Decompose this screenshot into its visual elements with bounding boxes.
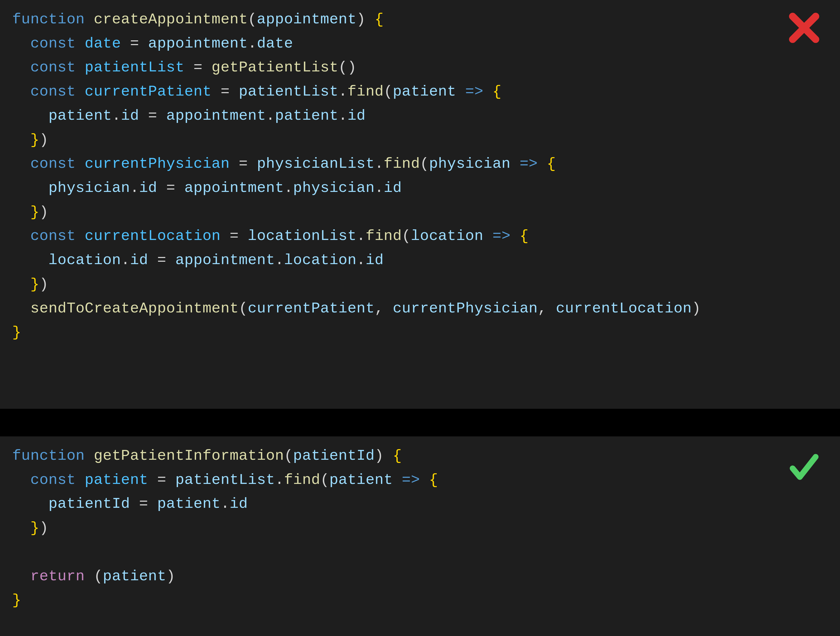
code-token: id bbox=[347, 107, 366, 124]
code-token: appointment bbox=[166, 107, 266, 124]
code-token: physician bbox=[429, 155, 511, 172]
code-token: location bbox=[411, 227, 483, 244]
code-token: patient bbox=[393, 83, 456, 100]
code-token: const bbox=[30, 35, 76, 52]
code-token: ( bbox=[321, 471, 329, 488]
code-token: . bbox=[275, 471, 284, 488]
code-token: => bbox=[493, 227, 511, 244]
code-block-good[interactable]: function getPatientInformation(patientId… bbox=[12, 444, 828, 612]
code-token: . bbox=[357, 252, 366, 269]
code-token: appointment bbox=[175, 252, 275, 269]
code-token: { bbox=[493, 83, 502, 100]
code-token: createAppointment bbox=[94, 11, 248, 28]
code-token: ( bbox=[284, 447, 293, 464]
code-token: . bbox=[130, 179, 139, 197]
code-token: patientList bbox=[85, 59, 184, 76]
code-token: => bbox=[402, 471, 420, 488]
code-token: } bbox=[12, 592, 21, 609]
code-token: patient bbox=[48, 107, 112, 124]
code-token: ) bbox=[692, 300, 701, 317]
code-token: appointment bbox=[184, 179, 284, 197]
code-token: } bbox=[30, 276, 39, 293]
code-token: physicianList bbox=[257, 155, 374, 172]
code-token: = bbox=[193, 59, 202, 76]
code-token: { bbox=[429, 471, 438, 488]
code-token: currentLocation bbox=[85, 227, 221, 244]
code-token: = bbox=[157, 252, 166, 269]
code-token: getPatientInformation bbox=[94, 447, 284, 464]
code-token: . bbox=[248, 35, 257, 52]
code-token: . bbox=[374, 179, 384, 197]
code-token: ) bbox=[39, 276, 48, 293]
code-token: ( bbox=[248, 11, 257, 28]
code-token: = bbox=[221, 83, 229, 100]
code-token: { bbox=[374, 11, 384, 28]
code-token: , bbox=[374, 300, 393, 317]
code-token: location bbox=[284, 252, 357, 269]
code-token: = bbox=[130, 35, 139, 52]
code-token: . bbox=[112, 107, 121, 124]
code-token: patient bbox=[103, 568, 166, 585]
code-token: const bbox=[30, 227, 76, 244]
code-token: ( bbox=[384, 83, 393, 100]
pane-divider bbox=[0, 409, 840, 436]
code-token: . bbox=[284, 179, 293, 197]
code-token: locationList bbox=[248, 227, 357, 244]
code-token: patient bbox=[275, 107, 338, 124]
code-token: . bbox=[121, 252, 130, 269]
code-token: . bbox=[275, 252, 284, 269]
code-token: . bbox=[357, 227, 366, 244]
code-token: id bbox=[121, 107, 139, 124]
code-token: id bbox=[230, 495, 248, 512]
code-token: currentPatient bbox=[85, 83, 212, 100]
code-token: const bbox=[30, 155, 76, 172]
code-token: , bbox=[538, 300, 556, 317]
code-token: date bbox=[85, 35, 121, 52]
code-token: patientId bbox=[293, 447, 374, 464]
code-token: } bbox=[30, 520, 39, 537]
code-token: physician bbox=[48, 179, 130, 197]
code-token: appointment bbox=[148, 35, 248, 52]
code-pane-bad: function createAppointment(appointment) … bbox=[0, 0, 840, 409]
code-token: ( bbox=[94, 568, 103, 585]
code-token: id bbox=[384, 179, 402, 197]
code-token: function bbox=[12, 11, 85, 28]
code-token: ( bbox=[420, 155, 429, 172]
code-token: getPatientList bbox=[212, 59, 338, 76]
code-token: } bbox=[12, 324, 21, 341]
code-token: return bbox=[30, 568, 85, 585]
code-token: = bbox=[148, 107, 157, 124]
code-token: { bbox=[547, 155, 556, 172]
code-token: id bbox=[139, 179, 157, 197]
code-token: patient bbox=[157, 495, 221, 512]
code-token: ) bbox=[39, 520, 48, 537]
cross-icon bbox=[787, 11, 821, 45]
code-token: patientId bbox=[48, 495, 130, 512]
code-token: find bbox=[366, 227, 402, 244]
code-pane-good: function getPatientInformation(patientId… bbox=[0, 436, 840, 636]
code-token: appointment bbox=[257, 11, 357, 28]
code-token: . bbox=[338, 107, 347, 124]
code-token: const bbox=[30, 59, 76, 76]
code-block-bad[interactable]: function createAppointment(appointment) … bbox=[12, 8, 828, 345]
code-token: } bbox=[30, 131, 39, 148]
code-token: ( bbox=[402, 227, 411, 244]
code-token: = bbox=[230, 227, 239, 244]
code-token: id bbox=[366, 252, 384, 269]
code-token: const bbox=[30, 471, 76, 488]
code-token: find bbox=[384, 155, 420, 172]
code-token: sendToCreateAppointment bbox=[30, 300, 238, 317]
code-token: currentPhysician bbox=[393, 300, 538, 317]
code-token: } bbox=[30, 204, 39, 220]
code-token: const bbox=[30, 83, 76, 100]
code-token: patient bbox=[85, 471, 148, 488]
code-token: = bbox=[239, 155, 248, 172]
code-token: ) bbox=[357, 11, 374, 28]
code-token: location bbox=[48, 252, 121, 269]
code-token: () bbox=[338, 59, 357, 76]
code-token: physician bbox=[293, 179, 374, 197]
code-token: date bbox=[257, 35, 293, 52]
code-token: ( bbox=[239, 300, 248, 317]
code-token: currentPhysician bbox=[85, 155, 230, 172]
code-token: . bbox=[221, 495, 229, 512]
